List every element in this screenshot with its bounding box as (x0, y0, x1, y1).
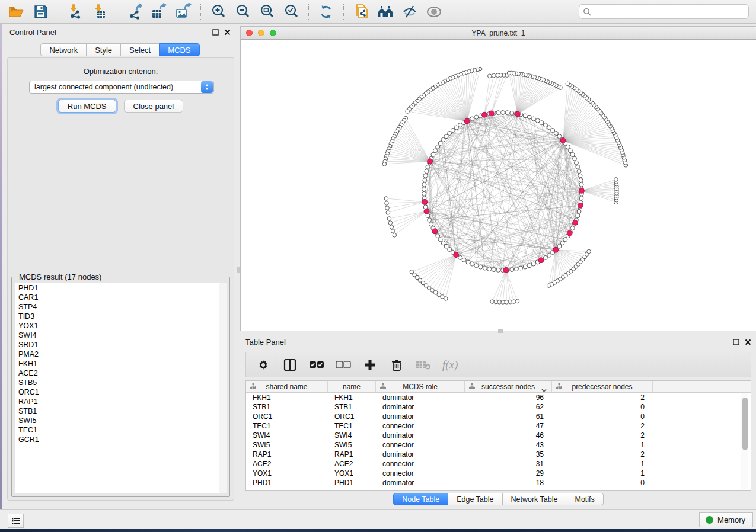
tab-mcds[interactable]: MCDS (159, 43, 199, 56)
table-row[interactable]: SWI5SWI5connector431 (246, 440, 751, 450)
select-all-icon[interactable] (309, 357, 324, 373)
mcds-hub-node[interactable] (515, 111, 521, 117)
float-panel-icon[interactable] (733, 339, 739, 345)
table-cell[interactable]: 2 (552, 431, 653, 440)
mcds-hub-node[interactable] (573, 220, 578, 225)
mcds-result-item[interactable]: STP4 (15, 302, 227, 312)
network-node[interactable] (458, 123, 462, 127)
column-header-predecessor-nodes[interactable]: predecessor nodes (552, 381, 653, 392)
table-cell[interactable]: SWI4 (328, 431, 376, 440)
network-node[interactable] (566, 82, 570, 86)
network-node[interactable] (436, 145, 440, 149)
mcds-hub-node[interactable] (553, 247, 559, 252)
network-node[interactable] (436, 234, 440, 238)
mcds-result-item[interactable]: ACE2 (15, 368, 227, 378)
refresh-view-icon[interactable] (317, 3, 335, 21)
table-cell[interactable]: dominator (376, 450, 465, 459)
mcds-hub-node[interactable] (567, 230, 572, 236)
network-node[interactable] (576, 214, 580, 218)
network-node[interactable] (501, 111, 505, 115)
mcds-hub-node[interactable] (464, 118, 470, 124)
memory-button[interactable]: Memory (699, 512, 753, 527)
network-node[interactable] (519, 266, 523, 270)
tab-select[interactable]: Select (120, 43, 160, 56)
table-cell[interactable]: 0 (552, 478, 653, 488)
open-file-icon[interactable] (7, 3, 25, 21)
show-panels-icon[interactable] (425, 3, 443, 21)
network-node[interactable] (614, 178, 618, 182)
mcds-hub-node[interactable] (454, 252, 459, 258)
tab-network-table[interactable]: Network Table (502, 493, 567, 505)
import-network-icon[interactable] (66, 3, 84, 21)
network-node[interactable] (492, 268, 496, 272)
network-node[interactable] (444, 297, 448, 301)
mcds-result-item[interactable]: YOX1 (15, 321, 227, 331)
network-node[interactable] (505, 111, 509, 115)
network-node[interactable] (535, 118, 540, 123)
panel-divider-grip[interactable] (237, 267, 240, 273)
zoom-in-icon[interactable] (209, 3, 227, 21)
network-node[interactable] (458, 255, 462, 259)
table-cell[interactable]: YOX1 (246, 469, 328, 478)
table-cell[interactable]: connector (376, 459, 465, 469)
mcds-result-item[interactable]: PMA2 (15, 350, 227, 359)
table-row[interactable]: SWI4SWI4dominator462 (246, 431, 751, 440)
column-header-successor-nodes[interactable]: successor nodes (465, 381, 552, 392)
mcds-result-item[interactable]: STB1 (15, 406, 227, 416)
mcds-result-item[interactable]: FKH1 (15, 359, 227, 368)
table-cell[interactable]: 35 (465, 450, 552, 459)
network-node[interactable] (425, 169, 429, 174)
table-cell[interactable]: 18 (465, 478, 552, 488)
network-node[interactable] (508, 300, 512, 304)
network-node[interactable] (431, 152, 435, 156)
mcds-hub-node[interactable] (503, 268, 509, 273)
network-node[interactable] (563, 238, 567, 242)
network-node[interactable] (570, 226, 575, 230)
table-row[interactable]: TEC1TEC1connector472 (246, 421, 751, 431)
network-node[interactable] (560, 241, 564, 245)
network-node[interactable] (429, 222, 433, 226)
mcds-result-item[interactable]: RAP1 (15, 397, 227, 406)
tab-motifs[interactable]: Motifs (566, 493, 603, 505)
table-cell[interactable]: TEC1 (246, 421, 328, 431)
network-node[interactable] (568, 149, 572, 153)
table-cell[interactable]: 46 (465, 431, 552, 440)
network-node[interactable] (385, 201, 389, 206)
home-icon[interactable] (377, 3, 394, 21)
task-history-button[interactable] (8, 514, 24, 528)
close-panel-icon[interactable] (224, 29, 231, 36)
network-node[interactable] (531, 117, 535, 121)
network-node[interactable] (543, 255, 547, 259)
network-node[interactable] (510, 111, 514, 115)
network-node[interactable] (422, 191, 426, 196)
network-node[interactable] (543, 123, 547, 127)
table-cell[interactable]: connector (376, 421, 465, 431)
open-network-file-icon[interactable] (352, 3, 370, 21)
mcds-hub-node[interactable] (428, 159, 433, 164)
zoom-selected-icon[interactable] (282, 3, 300, 21)
delete-column-icon[interactable] (389, 357, 404, 373)
column-header-name[interactable]: name (328, 381, 376, 392)
save-session-icon[interactable] (31, 3, 49, 21)
float-panel-icon[interactable] (212, 29, 219, 36)
network-node[interactable] (474, 115, 479, 119)
table-cell[interactable]: connector (376, 440, 465, 450)
network-node[interactable] (579, 178, 583, 182)
import-table-icon[interactable] (91, 3, 109, 21)
network-node[interactable] (448, 132, 452, 136)
network-node[interactable] (474, 264, 479, 268)
table-cell[interactable]: dominator (376, 431, 465, 440)
table-row[interactable]: ACE2ACE2connector311 (246, 459, 751, 469)
network-node[interactable] (406, 110, 410, 114)
network-node[interactable] (557, 244, 562, 248)
network-node[interactable] (387, 217, 391, 221)
mcds-result-item[interactable]: ORC1 (15, 387, 227, 397)
mcds-hub-node[interactable] (578, 203, 583, 208)
mcds-hub-node[interactable] (482, 112, 487, 117)
table-cell[interactable]: connector (376, 469, 465, 478)
mcds-hub-node[interactable] (424, 209, 429, 214)
table-row[interactable]: RAP1RAP1dominator352 (246, 450, 751, 459)
mcds-hub-node[interactable] (560, 138, 566, 143)
network-node[interactable] (423, 174, 428, 178)
table-cell[interactable]: dominator (376, 393, 465, 402)
